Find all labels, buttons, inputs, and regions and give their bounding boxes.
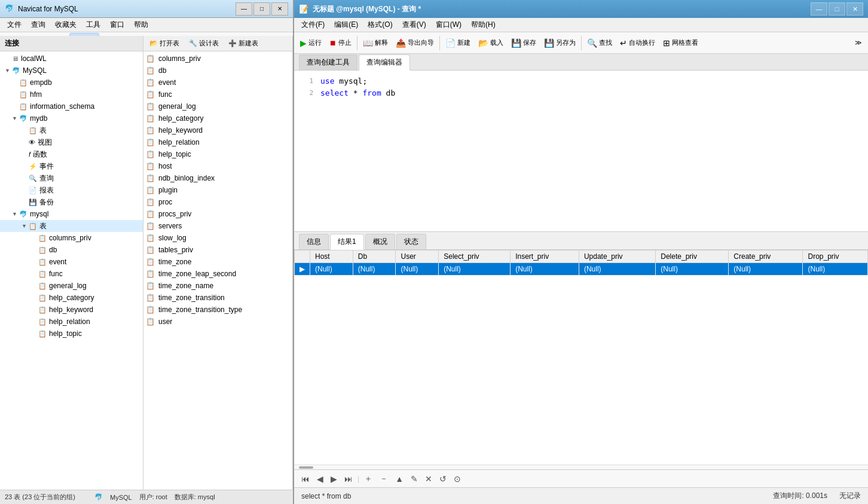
tree-item-help-category[interactable]: 📋 help_category: [0, 292, 143, 304]
tree-item-event[interactable]: 📋 event: [0, 256, 143, 268]
tab-query-builder[interactable]: 查询创建工具: [299, 54, 357, 70]
menu-query[interactable]: 查询: [26, 19, 50, 31]
tree-item-mysql-root[interactable]: ▼ 🐬 MySQL: [0, 65, 143, 77]
tab-query-editor[interactable]: 查询编辑器: [359, 54, 410, 71]
list-item-help-relation[interactable]: 📋help_relation: [143, 136, 292, 148]
list-item-plugin[interactable]: 📋plugin: [143, 184, 292, 196]
nav-last-btn[interactable]: ⏭: [342, 473, 355, 485]
nav-info-btn[interactable]: ⊙: [451, 473, 463, 485]
minimize-button[interactable]: —: [236, 2, 252, 16]
list-item-host[interactable]: 📋host: [143, 160, 292, 172]
list-item-help-keyword[interactable]: 📋help_keyword: [143, 124, 292, 136]
tree-item-mydb-report[interactable]: 📄 报表: [0, 184, 143, 196]
grid-view-btn[interactable]: ⊞ 网格查看: [659, 35, 702, 51]
load-btn[interactable]: 📂 载入: [475, 35, 507, 51]
maximize-button[interactable]: □: [253, 2, 270, 16]
explain-btn[interactable]: 📖 解释: [359, 35, 392, 51]
list-item-ndb-binlog-index[interactable]: 📋ndb_binlog_index: [143, 172, 292, 184]
list-item-user[interactable]: 📋user: [143, 316, 292, 328]
query-menu-view[interactable]: 查看(V): [398, 19, 431, 31]
table-row[interactable]: ▶ (Null) (Null) (Null) (Null) (Null) (Nu…: [295, 263, 868, 276]
tree-item-general-log[interactable]: 📋 general_log: [0, 280, 143, 292]
list-item-time-zone[interactable]: 📋time_zone: [143, 256, 292, 268]
th-update-priv[interactable]: Update_priv: [579, 251, 655, 263]
list-item-help-topic[interactable]: 📋help_topic: [143, 148, 292, 160]
result-tab-overview[interactable]: 概况: [365, 234, 395, 249]
nav-prev-btn[interactable]: ◀: [314, 473, 326, 485]
list-item-slow-log[interactable]: 📋slow_log: [143, 232, 292, 244]
list-item-db[interactable]: 📋db: [143, 65, 292, 77]
menu-favorites[interactable]: 收藏夹: [50, 19, 81, 31]
open-table-btn[interactable]: 📂 打开表: [146, 38, 183, 49]
nav-first-btn[interactable]: ⏮: [299, 473, 312, 485]
list-item-event[interactable]: 📋event: [143, 77, 292, 88]
tree-item-mydb-query[interactable]: 🔍 查询: [0, 172, 143, 184]
result-tab-status[interactable]: 状态: [396, 234, 426, 249]
tree-item-mydb-func[interactable]: f 函数: [0, 148, 143, 160]
find-btn[interactable]: 🔍 查找: [583, 35, 616, 51]
export-btn[interactable]: 📤 导出向导: [392, 35, 438, 51]
query-menu-file[interactable]: 文件(F): [297, 19, 329, 31]
list-item-general-log[interactable]: 📋general_log: [143, 100, 292, 112]
query-maximize-btn[interactable]: □: [829, 2, 845, 16]
run-btn[interactable]: ▶ 运行: [297, 35, 325, 51]
menu-file[interactable]: 文件: [2, 19, 26, 31]
th-host[interactable]: Host: [310, 251, 353, 263]
saveas-btn[interactable]: 💾 另存为: [540, 35, 579, 51]
code-editor[interactable]: 1 use mysql; 2 select * from db: [294, 71, 868, 232]
tree-item-mysql[interactable]: ▼ 🐬 mysql: [0, 208, 143, 220]
list-item-columns-priv[interactable]: 📋columns_priv: [143, 53, 292, 65]
th-user[interactable]: User: [396, 251, 439, 263]
result-grid[interactable]: Host Db User Select_priv Insert_priv Upd…: [294, 250, 868, 465]
nav-edit-btn[interactable]: ✎: [408, 473, 420, 485]
close-button[interactable]: ✕: [271, 2, 288, 16]
tree-item-help-relation[interactable]: 📋 help_relation: [0, 316, 143, 328]
menu-tools[interactable]: 工具: [81, 19, 105, 31]
new-table-btn[interactable]: ➕ 新建表: [225, 38, 262, 49]
query-menu-format[interactable]: 格式(O): [363, 19, 397, 31]
query-menu-window[interactable]: 窗口(W): [431, 19, 466, 31]
th-create-priv[interactable]: Create_priv: [729, 251, 803, 263]
tree-item-columns-priv[interactable]: 📋 columns_priv: [0, 232, 143, 244]
tree-item-mydb-backup[interactable]: 💾 备份: [0, 196, 143, 208]
stop-btn[interactable]: ⏹ 停止: [326, 35, 355, 51]
save-btn[interactable]: 💾 保存: [508, 35, 540, 51]
result-tab-result1[interactable]: 结果1: [330, 234, 364, 250]
th-db[interactable]: Db: [353, 251, 396, 263]
tree-item-information-schema[interactable]: 📋 information_schema: [0, 100, 143, 112]
th-select-priv[interactable]: Select_priv: [439, 251, 511, 263]
query-menu-edit[interactable]: 编辑(E): [329, 19, 363, 31]
list-item-func[interactable]: 📋func: [143, 88, 292, 100]
menu-window[interactable]: 窗口: [105, 19, 129, 31]
nav-refresh-btn[interactable]: ↺: [437, 473, 449, 485]
list-item-help-category[interactable]: 📋help_category: [143, 112, 292, 124]
query-minimize-btn[interactable]: —: [811, 2, 827, 16]
th-insert-priv[interactable]: Insert_priv: [511, 251, 579, 263]
result-tab-info[interactable]: 信息: [299, 234, 329, 249]
list-item-tables-priv[interactable]: 📋tables_priv: [143, 244, 292, 256]
design-table-btn[interactable]: 🔧 设计表: [185, 38, 222, 49]
scroll-thumb[interactable]: [299, 466, 313, 469]
nav-remove-btn[interactable]: －: [377, 472, 390, 485]
list-item-time-zone-name[interactable]: 📋time_zone_name: [143, 280, 292, 292]
tree-item-help-keyword[interactable]: 📋 help_keyword: [0, 304, 143, 316]
nav-up-btn[interactable]: ▲: [393, 473, 406, 485]
tree-item-empdb[interactable]: 📋 empdb: [0, 77, 143, 88]
list-item-proc[interactable]: 📋proc: [143, 196, 292, 208]
list-item-time-zone-transition-type[interactable]: 📋time_zone_transition_type: [143, 304, 292, 316]
menu-help[interactable]: 帮助: [129, 19, 153, 31]
nav-add-btn[interactable]: ＋: [362, 472, 375, 485]
autowrap-btn[interactable]: ↵ 自动换行: [616, 35, 659, 51]
tree-item-mydb-view[interactable]: 👁 视图: [0, 136, 143, 148]
th-drop-priv[interactable]: Drop_priv: [803, 251, 868, 263]
tree-item-help-topic[interactable]: 📋 help_topic: [0, 328, 143, 340]
th-delete-priv[interactable]: Delete_priv: [656, 251, 729, 263]
nav-cancel-btn[interactable]: ✕: [423, 473, 435, 485]
tree-item-mydb[interactable]: ▼ 🐬 mydb: [0, 112, 143, 124]
tree-item-db[interactable]: 📋 db: [0, 244, 143, 256]
tree-item-mysql-table[interactable]: ▼ 📋 表: [0, 220, 143, 232]
list-item-time-zone-leap[interactable]: 📋time_zone_leap_second: [143, 268, 292, 280]
query-close-btn[interactable]: ✕: [846, 2, 863, 16]
list-item-time-zone-transition[interactable]: 📋time_zone_transition: [143, 292, 292, 304]
nav-next-btn[interactable]: ▶: [328, 473, 340, 485]
